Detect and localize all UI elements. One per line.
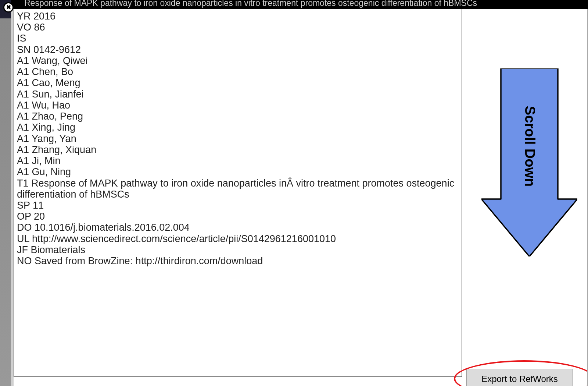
citation-op: OP 20 <box>17 211 459 222</box>
export-to-refworks-button[interactable]: Export to RefWorks <box>466 369 573 386</box>
citation-a1-9: A1 Ji, Min <box>17 155 459 166</box>
citation-ul: UL http://www.sciencedirect.com/science/… <box>17 233 459 244</box>
citation-no: NO Saved from BrowZine: http://thirdiron… <box>17 255 459 266</box>
author-8: Zhang, Xiquan <box>32 144 97 155</box>
citation-t1: T1 Response of MAPK pathway to iron oxid… <box>17 178 459 200</box>
author-4: Wu, Hao <box>32 100 71 111</box>
author-5: Zhao, Peng <box>32 111 83 122</box>
author-7: Yang, Yan <box>32 133 76 144</box>
yr-value: 2016 <box>33 11 55 22</box>
citation-a1-7: A1 Yang, Yan <box>17 133 459 144</box>
vo-value: 86 <box>34 22 45 33</box>
author-9: Ji, Min <box>32 155 61 166</box>
author-0: Wang, Qiwei <box>32 55 88 66</box>
author-2: Cao, Meng <box>32 77 80 88</box>
citation-sn: SN 0142-9612 <box>17 44 459 55</box>
no-value: Saved from BrowZine: http://thirdiron.co… <box>35 255 263 266</box>
sn-value: 0142-9612 <box>33 44 81 55</box>
citation-a1-0: A1 Wang, Qiwei <box>17 55 459 66</box>
t1-value: Response of MAPK pathway to iron oxide n… <box>17 178 454 200</box>
citation-is: IS <box>17 33 459 44</box>
ul-value: http://www.sciencedirect.com/science/art… <box>32 233 336 244</box>
citation-a1-1: A1 Chen, Bo <box>17 66 459 77</box>
citation-a1-5: A1 Zhao, Peng <box>17 111 459 122</box>
citation-a1-6: A1 Xing, Jing <box>17 122 459 133</box>
citation-jf: JF Biomaterials <box>17 244 459 255</box>
window-title-bar: Response of MAPK pathway to iron oxide n… <box>11 0 588 9</box>
citation-a1-10: A1 Gu, Ning <box>17 166 459 177</box>
close-button[interactable] <box>3 2 14 13</box>
citation-sp: SP 11 <box>17 200 459 211</box>
citation-textarea[interactable]: YR 2016 VO 86 IS SN 0142-9612 A1 Wang, Q… <box>14 9 462 377</box>
scroll-down-label: Scroll Down <box>521 106 537 187</box>
author-3: Sun, Jianfei <box>32 89 84 100</box>
author-10: Gu, Ning <box>32 166 71 177</box>
citation-yr: YR 2016 <box>17 11 459 22</box>
do-value: 10.1016/j.biomaterials.2016.02.004 <box>35 222 190 233</box>
scroll-down-arrow-annotation: Scroll Down <box>481 68 577 256</box>
author-6: Xing, Jing <box>32 122 76 133</box>
op-value: 20 <box>34 211 45 222</box>
citation-vo: VO 86 <box>17 22 459 33</box>
citation-do: DO 10.1016/j.biomaterials.2016.02.004 <box>17 222 459 233</box>
citation-a1-8: A1 Zhang, Xiquan <box>17 144 459 155</box>
window-title: Response of MAPK pathway to iron oxide n… <box>24 0 477 8</box>
citation-a1-3: A1 Sun, Jianfei <box>17 89 459 100</box>
left-window-strip <box>0 0 11 386</box>
main-content-area: YR 2016 VO 86 IS SN 0142-9612 A1 Wang, Q… <box>14 9 588 386</box>
jf-value: Biomaterials <box>31 244 86 255</box>
export-button-label: Export to RefWorks <box>481 374 558 384</box>
citation-a1-4: A1 Wu, Hao <box>17 100 459 111</box>
author-1: Chen, Bo <box>32 66 74 77</box>
citation-a1-2: A1 Cao, Meng <box>17 77 459 88</box>
sp-value: 11 <box>33 200 44 211</box>
